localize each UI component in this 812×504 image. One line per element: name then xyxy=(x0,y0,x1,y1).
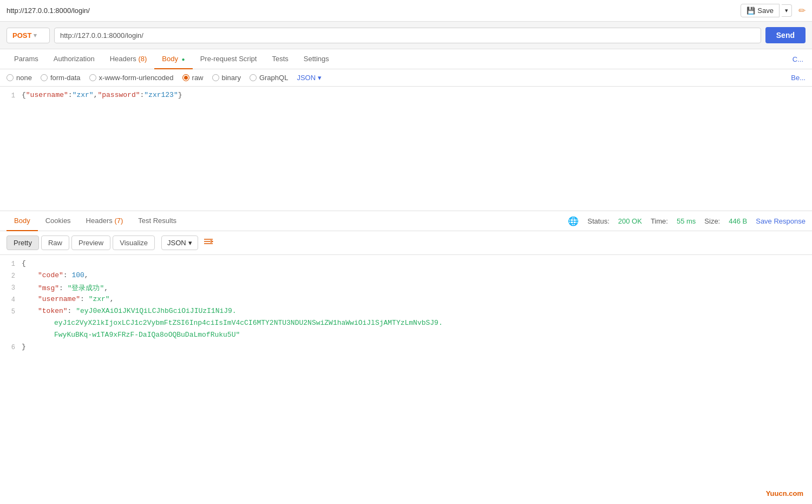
resp-ln-2: 2 xyxy=(0,271,22,280)
top-bar: http://127.0.0.1:8000/login/ 💾 Save ▾ ✏ xyxy=(0,0,812,22)
resp-content-6: } xyxy=(22,343,812,351)
size-value: 446 B xyxy=(729,217,747,225)
resp-content-4: "username": "zxr", xyxy=(22,295,812,303)
format-select[interactable]: JSON ▾ xyxy=(297,74,322,82)
resp-line-6: 6 } xyxy=(0,343,812,355)
resp-ln-6: 6 xyxy=(0,343,22,351)
url-input[interactable] xyxy=(54,28,761,43)
resp-content-2: "code": 100, xyxy=(22,271,812,279)
tab-pre-request[interactable]: Pre-request Script xyxy=(193,49,265,69)
resp-ln-5b xyxy=(0,319,22,320)
view-preview-btn[interactable]: Preview xyxy=(71,235,110,250)
globe-icon: 🌐 xyxy=(568,216,579,226)
resp-ln-1: 1 xyxy=(0,259,22,268)
status-label: Status: xyxy=(587,217,609,225)
resp-line-4: 4 "username": "zxr", xyxy=(0,295,812,307)
response-tabs-row: Body Cookies Headers (7) Test Results 🌐 … xyxy=(0,211,812,231)
resp-line-5b: eyJ1c2VyX2lkIjoxLCJ1c2VybmFtZSI6Inp4ciIs… xyxy=(0,319,812,331)
view-options-row: Pretty Raw Preview Visualize JSON ▾ xyxy=(0,231,812,255)
radio-raw xyxy=(182,74,189,81)
option-raw[interactable]: raw xyxy=(182,74,204,82)
resp-tab-cookies[interactable]: Cookies xyxy=(38,211,78,231)
view-pretty-btn[interactable]: Pretty xyxy=(6,235,39,250)
tab-settings[interactable]: Settings xyxy=(296,49,337,69)
resp-content-3: "msg": "登录成功", xyxy=(22,283,812,293)
time-value: 55 ms xyxy=(677,217,696,225)
edit-button[interactable]: ✏ xyxy=(798,5,806,16)
method-label: POST xyxy=(12,31,31,40)
radio-urlencoded xyxy=(89,74,96,81)
save-label: Save xyxy=(757,6,774,15)
more-options[interactable]: C... xyxy=(790,50,806,69)
beautify-btn[interactable]: Be... xyxy=(791,74,806,82)
resp-content-5a: "token": "eyJ0eXAiOiJKV1QiLCJhbGciOiJIUz… xyxy=(22,307,812,315)
resp-ln-4: 4 xyxy=(0,295,22,304)
radio-binary xyxy=(212,74,219,81)
save-response-button[interactable]: Save Response xyxy=(756,217,806,225)
line-number-1: 1 xyxy=(0,91,22,100)
resp-content-5c: FwyKuBKq-w1TA9xFRzF-DaIQa8oOQBuDaLmofRuk… xyxy=(22,331,812,339)
resp-line-3: 3 "msg": "登录成功", xyxy=(0,283,812,295)
method-select[interactable]: POST ▾ xyxy=(6,28,50,43)
top-actions: 💾 Save ▾ ✏ xyxy=(741,4,806,17)
request-editor[interactable]: 1 {"username":"zxr","password":"zxr123"} xyxy=(0,87,812,211)
status-value: 200 OK xyxy=(618,217,642,225)
resp-tab-headers[interactable]: Headers (7) xyxy=(78,211,131,231)
size-label: Size: xyxy=(704,217,720,225)
option-form-data[interactable]: form-data xyxy=(41,74,81,82)
wrap-lines-icon[interactable] xyxy=(204,238,213,248)
resp-tab-test-results[interactable]: Test Results xyxy=(130,211,184,231)
resp-ln-5c xyxy=(0,331,22,332)
response-section: Body Cookies Headers (7) Test Results 🌐 … xyxy=(0,211,812,359)
save-button[interactable]: 💾 Save xyxy=(741,4,780,17)
tab-headers[interactable]: Headers (8) xyxy=(102,49,155,69)
send-button[interactable]: Send xyxy=(765,27,806,43)
option-none[interactable]: none xyxy=(6,74,32,82)
response-editor: 1 { 2 "code": 100, 3 "msg": "登录成功", 4 "u… xyxy=(0,255,812,359)
request-bar: POST ▾ Send xyxy=(0,22,812,49)
body-options-row: none form-data x-www-form-urlencoded raw… xyxy=(0,69,812,87)
tab-authorization[interactable]: Authorization xyxy=(46,49,102,69)
tab-params[interactable]: Params xyxy=(6,49,46,69)
view-visualize-btn[interactable]: Visualize xyxy=(113,235,155,250)
resp-line-5c: FwyKuBKq-w1TA9xFRzF-DaIQa8oOQBuDaLmofRuk… xyxy=(0,331,812,343)
tab-body[interactable]: Body ● xyxy=(154,49,192,69)
option-binary[interactable]: binary xyxy=(212,74,241,82)
radio-form-data xyxy=(41,74,48,81)
top-url-display: http://127.0.0.1:8000/login/ xyxy=(6,6,741,15)
time-label: Time: xyxy=(651,217,668,225)
resp-ln-3: 3 xyxy=(0,283,22,292)
resp-line-2: 2 "code": 100, xyxy=(0,271,812,283)
resp-content-1: { xyxy=(22,259,812,267)
resp-line-1: 1 { xyxy=(0,259,812,271)
option-urlencoded[interactable]: x-www-form-urlencoded xyxy=(89,74,174,82)
radio-none xyxy=(6,74,14,81)
tab-tests[interactable]: Tests xyxy=(264,49,296,69)
resp-tab-body[interactable]: Body xyxy=(6,211,38,231)
save-dropdown-arrow[interactable]: ▾ xyxy=(782,4,792,17)
radio-graphql xyxy=(250,74,257,81)
request-line-1: 1 {"username":"zxr","password":"zxr123"} xyxy=(0,91,812,103)
resp-content-5b: eyJ1c2VyX2lkIjoxLCJ1c2VybmFtZSI6Inp4ciIs… xyxy=(22,319,812,327)
save-icon: 💾 xyxy=(746,6,755,15)
view-raw-btn[interactable]: Raw xyxy=(41,235,69,250)
resp-line-5a: 5 "token": "eyJ0eXAiOiJKV1QiLCJhbGciOiJI… xyxy=(0,307,812,319)
line-content-1: {"username":"zxr","password":"zxr123"} xyxy=(22,91,812,99)
option-graphql[interactable]: GraphQL xyxy=(250,74,288,82)
resp-ln-5: 5 xyxy=(0,307,22,316)
response-format-select[interactable]: JSON ▾ xyxy=(161,235,198,250)
response-status-area: 🌐 Status: 200 OK Time: 55 ms Size: 446 B… xyxy=(568,216,806,226)
method-arrow: ▾ xyxy=(34,32,37,39)
request-tabs-row: Params Authorization Headers (8) Body ● … xyxy=(0,49,812,69)
